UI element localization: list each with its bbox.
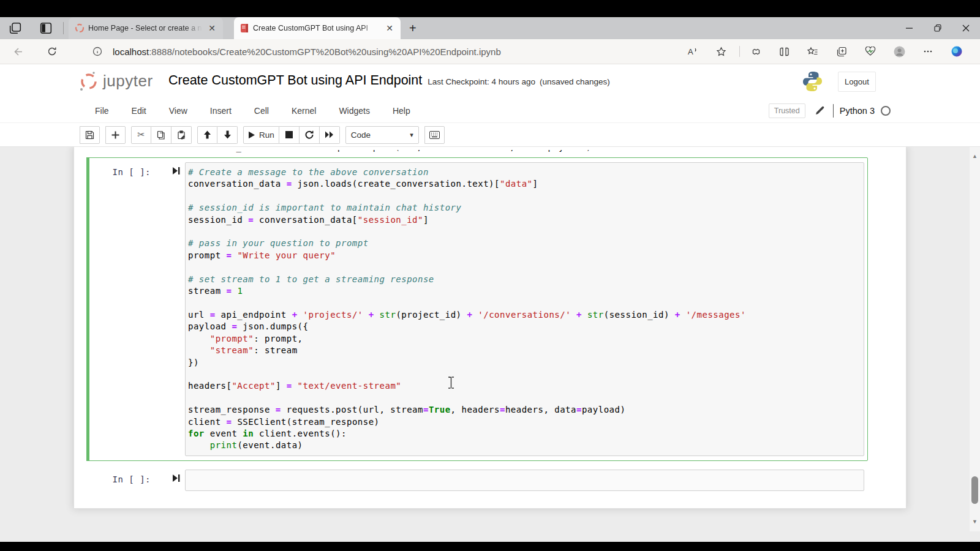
workspaces-icon[interactable] bbox=[0, 20, 31, 37]
copy-button[interactable] bbox=[151, 126, 172, 144]
new-tab-button[interactable]: + bbox=[409, 21, 417, 36]
notebook-toolbar: ✂ Run Code▾ bbox=[0, 123, 980, 147]
menu-widgets[interactable]: Widgets bbox=[339, 106, 370, 116]
profile-avatar[interactable] bbox=[889, 42, 910, 61]
tab-close-icon[interactable]: ✕ bbox=[206, 23, 218, 33]
save-button[interactable] bbox=[80, 126, 100, 144]
trusted-button[interactable]: Trusted bbox=[769, 103, 805, 118]
menu-view[interactable]: View bbox=[169, 106, 187, 116]
url-text[interactable]: localhost:8888/notebooks/Create%20Custom… bbox=[113, 47, 501, 57]
scrollbar-thumb[interactable] bbox=[971, 476, 978, 504]
menu-bar: File Edit View Insert Cell Kernel Widget… bbox=[0, 99, 980, 123]
menu-insert[interactable]: Insert bbox=[210, 106, 232, 116]
collections-icon[interactable] bbox=[831, 42, 852, 61]
code-input-area[interactable]: # Create a message to the above conversa… bbox=[185, 162, 864, 456]
paste-button[interactable] bbox=[172, 126, 192, 144]
tab-notebook[interactable]: Create CustomGPT Bot using API ✕ bbox=[234, 17, 401, 39]
minimize-button[interactable] bbox=[895, 17, 924, 39]
menu-cell[interactable]: Cell bbox=[254, 106, 269, 116]
mouse-cursor-ibeam bbox=[448, 377, 454, 389]
jupyter-wordmark[interactable]: jupyter bbox=[103, 72, 153, 91]
split-screen-icon[interactable] bbox=[774, 42, 794, 61]
scroll-down-icon[interactable]: ▼ bbox=[970, 516, 980, 527]
kernel-separator bbox=[833, 104, 834, 118]
run-cell-icon[interactable] bbox=[172, 167, 180, 175]
scroll-up-icon[interactable]: ▲ bbox=[970, 151, 980, 161]
code-input-area[interactable] bbox=[185, 470, 864, 491]
input-prompt: In [ ]: bbox=[112, 474, 151, 484]
favorite-star-icon[interactable] bbox=[710, 42, 731, 61]
cut-button[interactable]: ✂ bbox=[131, 126, 151, 144]
extensions-icon[interactable] bbox=[745, 42, 766, 61]
menu-kernel[interactable]: Kernel bbox=[292, 106, 316, 116]
site-info-icon[interactable] bbox=[87, 42, 108, 61]
python-logo bbox=[801, 70, 824, 93]
menu-help[interactable]: Help bbox=[393, 106, 410, 116]
move-cell-up-button[interactable] bbox=[197, 126, 217, 144]
top-black-bar bbox=[0, 0, 980, 17]
tab-close-icon[interactable]: ✕ bbox=[383, 23, 396, 33]
notebook-container: create_conversation = requests.post(url,… bbox=[74, 147, 907, 509]
menu-file[interactable]: File bbox=[95, 106, 109, 116]
close-window-button[interactable] bbox=[952, 17, 980, 39]
command-palette-button[interactable] bbox=[424, 126, 445, 144]
selected-code-cell[interactable]: In [ ]: # Create a message to the above … bbox=[86, 157, 868, 461]
settings-more-icon[interactable] bbox=[918, 42, 938, 61]
refresh-icon[interactable] bbox=[42, 42, 62, 61]
tab-title: Home Page - Select or create a n bbox=[88, 24, 202, 32]
cell-type-dropdown[interactable]: Code▾ bbox=[345, 126, 419, 144]
back-icon[interactable] bbox=[7, 42, 28, 61]
notebook-site: create_conversation = requests.post(url,… bbox=[0, 147, 980, 542]
tab-home-page[interactable]: Home Page - Select or create a n ✕ bbox=[69, 17, 223, 39]
read-aloud-icon[interactable]: A bbox=[682, 42, 703, 61]
move-cell-down-button[interactable] bbox=[217, 126, 238, 144]
clipped-code-line: create_conversation = requests.post(url,… bbox=[87, 150, 864, 152]
notebook-title[interactable]: Create CustomGPT Bot using API Endpoint bbox=[168, 73, 422, 88]
restart-kernel-button[interactable] bbox=[300, 126, 320, 144]
input-prompt: In [ ]: bbox=[112, 167, 151, 177]
menu-edit[interactable]: Edit bbox=[132, 106, 146, 116]
tab-actions-icon[interactable] bbox=[31, 20, 61, 37]
restart-run-all-button[interactable] bbox=[320, 126, 340, 144]
tab-title: Create CustomGPT Bot using API bbox=[253, 24, 380, 32]
notebook-favicon bbox=[240, 23, 249, 33]
checkpoint-text: Last Checkpoint: 4 hours ago bbox=[428, 77, 535, 86]
bottom-black-bar bbox=[0, 542, 980, 551]
restore-button[interactable] bbox=[924, 17, 952, 39]
logout-button[interactable]: Logout bbox=[838, 72, 876, 92]
empty-code-cell[interactable]: In [ ]: bbox=[86, 465, 868, 496]
run-button[interactable]: Run bbox=[243, 126, 279, 144]
interrupt-kernel-button[interactable] bbox=[279, 126, 300, 144]
kernel-name: Python 3 bbox=[840, 106, 875, 116]
jupyter-favicon bbox=[75, 23, 85, 33]
favorites-hub-icon[interactable] bbox=[802, 42, 823, 61]
page-scrollbar[interactable]: ▲ ▼ bbox=[970, 147, 980, 531]
unsaved-changes-text: (unsaved changes) bbox=[540, 77, 610, 86]
jupyter-logo[interactable] bbox=[78, 70, 99, 92]
browser-tab-strip: Home Page - Select or create a n ✕ Creat… bbox=[0, 17, 980, 39]
insert-cell-button[interactable] bbox=[105, 126, 126, 144]
jupyter-header: jupyter Create CustomGPT Bot using API E… bbox=[0, 64, 980, 147]
browser-essentials-icon[interactable] bbox=[860, 42, 881, 61]
tab-separator bbox=[63, 22, 64, 34]
run-cell-icon[interactable] bbox=[172, 474, 180, 482]
kernel-idle-icon bbox=[881, 106, 891, 116]
edit-title-pencil-icon[interactable] bbox=[815, 106, 824, 116]
copilot-icon[interactable] bbox=[946, 42, 967, 61]
svg-text:A: A bbox=[688, 47, 693, 56]
toolbar-separator bbox=[739, 46, 740, 57]
browser-address-bar: localhost:8888/notebooks/Create%20Custom… bbox=[0, 39, 980, 64]
